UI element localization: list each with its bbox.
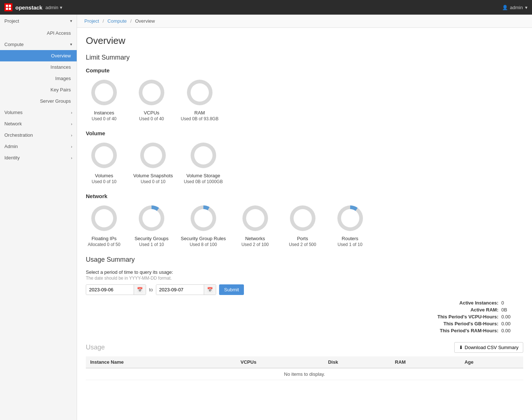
limit-summary-section: Limit Summary Compute InstancesUsed 0 of… xyxy=(86,54,523,247)
gauge-label: Security Group Rules xyxy=(181,236,226,241)
admin-dropdown[interactable]: admin ▾ xyxy=(45,5,62,10)
ram-hours-label: This Period's RAM-Hours: xyxy=(421,328,501,333)
sidebar-compute-header[interactable]: Compute ▾ xyxy=(0,39,77,50)
user-menu[interactable]: 👤 admin ▾ xyxy=(502,5,528,10)
sidebar-network-header[interactable]: Network › xyxy=(0,118,77,129)
gauge-circle xyxy=(89,141,119,170)
breadcrumb-project[interactable]: Project xyxy=(84,18,99,24)
compute-gauges: InstancesUsed 0 of 40VCPUsUsed 0 of 40RA… xyxy=(86,78,523,121)
col-ram: RAM xyxy=(391,356,460,368)
usage-summary-section: Usage Summary Select a period of time to… xyxy=(86,256,523,333)
sidebar-project-header[interactable]: Project ▾ xyxy=(0,15,77,27)
date-from-input[interactable] xyxy=(86,285,134,295)
sidebar-identity-label: Identity xyxy=(4,155,20,160)
gauge-circle xyxy=(138,141,168,170)
date-to-input[interactable] xyxy=(156,285,204,295)
sidebar-orchestration-header[interactable]: Orchestration › xyxy=(0,129,77,141)
sidebar-admin-header[interactable]: Admin › xyxy=(0,141,77,152)
gauge-item: Security Group RulesUsed 8 of 100 xyxy=(181,204,226,247)
gauge-circle xyxy=(189,141,218,170)
gauge-label: Volume Storage xyxy=(187,173,221,178)
svg-point-9 xyxy=(191,83,209,102)
gauge-label: Networks xyxy=(245,236,265,241)
volume-subsection-title: Volume xyxy=(86,130,523,136)
gauge-circle xyxy=(89,78,119,107)
breadcrumb-compute[interactable]: Compute xyxy=(107,18,127,24)
usage-stats: Active Instances: 0 Active RAM: 0B This … xyxy=(86,300,523,333)
gauge-label: RAM xyxy=(194,110,205,116)
gauge-label: Floating IPs xyxy=(92,236,117,241)
sidebar-item-key-pairs[interactable]: Key Pairs xyxy=(0,84,77,95)
page-content: Overview Limit Summary Compute Instances… xyxy=(77,28,532,387)
gauge-label: Volumes xyxy=(95,173,113,178)
svg-point-15 xyxy=(194,146,213,164)
gauge-label: VCPUs xyxy=(144,110,160,116)
brand-text: openstack xyxy=(15,4,42,11)
download-csv-button[interactable]: ⬇ Download CSV Summary xyxy=(454,342,523,353)
admin-dropdown-label: admin xyxy=(45,5,58,10)
svg-rect-0 xyxy=(6,5,8,7)
gauge-sublabel: Used 0 of 10 xyxy=(92,179,116,184)
sidebar-item-server-groups[interactable]: Server Groups xyxy=(0,95,77,107)
usage-table-label: Usage xyxy=(86,344,105,351)
download-label: Download CSV Summary xyxy=(465,345,518,350)
cal-to-button[interactable]: 📅 xyxy=(204,285,216,295)
date-to-wrap: 📅 xyxy=(156,284,216,295)
active-ram-row: Active RAM: 0B xyxy=(86,307,523,313)
to-label: to xyxy=(149,287,153,292)
vcpu-hours-row: This Period's VCPU-Hours: 0.00 xyxy=(86,314,523,319)
gauge-item: Floating IPsAllocated 0 of 50 xyxy=(86,204,122,247)
content-area: Project / Compute / Overview Overview Li… xyxy=(77,15,532,420)
sidebar-item-instances[interactable]: Instances xyxy=(0,61,77,73)
submit-button[interactable]: Submit xyxy=(219,284,244,295)
gauge-sublabel: Used 0B of 93.8GB xyxy=(181,116,218,121)
sidebar-volumes-header[interactable]: Volumes › xyxy=(0,107,77,118)
gauge-circle xyxy=(137,204,166,233)
usage-query-row: 📅 to 📅 Submit xyxy=(86,284,523,295)
col-vcpus: VCPUs xyxy=(236,356,324,368)
gauge-item: PortsUsed 2 of 500 xyxy=(284,204,321,247)
gauge-item: VolumesUsed 0 of 10 xyxy=(86,141,122,184)
gauge-sublabel: Allocated 0 of 50 xyxy=(88,242,120,247)
usage-query-label: Select a period of time to query its usa… xyxy=(86,269,523,275)
main-layout: Project ▾ API Access Compute ▾ Overview … xyxy=(0,15,532,420)
usage-summary-title: Usage Summary xyxy=(86,256,523,264)
col-age: Age xyxy=(460,356,523,368)
gauge-sublabel: Used 1 of 10 xyxy=(139,242,164,247)
limit-summary-title: Limit Summary xyxy=(86,54,523,61)
usage-table: Instance Name VCPUs Disk RAM Age No item… xyxy=(86,356,523,380)
active-ram-value: 0B xyxy=(501,307,523,313)
breadcrumb-sep-1: / xyxy=(103,18,104,24)
breadcrumb-sep-2: / xyxy=(130,18,132,24)
gauge-label: Security Groups xyxy=(134,236,168,241)
compute-chevron: ▾ xyxy=(70,42,72,47)
gauge-item: Volume StorageUsed 0B of 1000GB xyxy=(184,141,223,184)
svg-point-11 xyxy=(95,146,113,164)
user-label: admin xyxy=(510,5,523,10)
cal-from-button[interactable]: 📅 xyxy=(134,285,146,295)
gauge-circle xyxy=(137,78,166,107)
sidebar-compute-label: Compute xyxy=(4,42,24,47)
active-instances-row: Active Instances: 0 xyxy=(86,300,523,306)
openstack-logo xyxy=(4,3,12,11)
sidebar-identity-header[interactable]: Identity › xyxy=(0,152,77,163)
sidebar-item-images[interactable]: Images xyxy=(0,73,77,84)
gauge-item: Security GroupsUsed 1 of 10 xyxy=(133,204,170,247)
svg-point-21 xyxy=(194,209,213,227)
svg-point-23 xyxy=(246,209,264,227)
gauge-label: Volume Snapshots xyxy=(133,173,173,178)
no-items-row: No items to display. xyxy=(86,368,523,380)
gauge-sublabel: Used 0B of 1000GB xyxy=(184,179,223,184)
vcpu-hours-label: This Period's VCPU-Hours: xyxy=(421,314,501,319)
sidebar-item-overview[interactable]: Overview xyxy=(0,50,77,61)
svg-rect-1 xyxy=(9,5,11,7)
identity-chevron: › xyxy=(71,156,72,160)
svg-point-25 xyxy=(294,209,312,227)
sidebar-item-api-access[interactable]: API Access xyxy=(0,27,77,39)
gauge-sublabel: Used 0 of 10 xyxy=(141,179,165,184)
sidebar-network-label: Network xyxy=(4,121,22,126)
user-icon: 👤 xyxy=(502,5,508,10)
network-subsection-title: Network xyxy=(86,193,523,199)
gauge-sublabel: Used 1 of 10 xyxy=(338,242,363,247)
network-gauges: Floating IPsAllocated 0 of 50Security Gr… xyxy=(86,204,523,247)
